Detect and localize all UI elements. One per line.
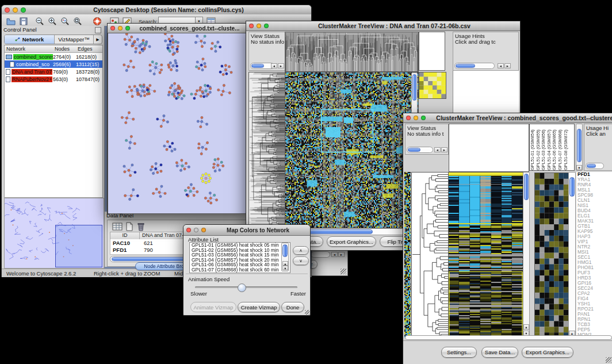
slider-thumb[interactable] bbox=[238, 283, 246, 292]
network-row[interactable]: RNAPuberNov2+ 563(0) 107847(0) bbox=[5, 75, 102, 83]
treeview1-zoom-heatmap[interactable] bbox=[419, 72, 446, 99]
scroll-down-icon[interactable]: ▾ bbox=[282, 266, 288, 270]
move-up-button[interactable]: ∧ bbox=[293, 246, 309, 255]
export-graphics-button[interactable]: Export Graphics... bbox=[522, 347, 573, 358]
treeview2-bottom-hscrollbar[interactable] bbox=[405, 335, 612, 340]
tab-overflow-icon[interactable]: ▶ bbox=[94, 35, 102, 44]
fragment-hscrollbar[interactable] bbox=[311, 251, 330, 258]
network-row[interactable]: combined_scores_ 2764(0) 16218(0) bbox=[5, 53, 102, 60]
usage-hints-hscrollbar[interactable] bbox=[586, 163, 604, 169]
close-icon[interactable] bbox=[186, 228, 191, 232]
tab-network[interactable]: Network bbox=[5, 35, 55, 44]
scrollbar-thumb[interactable] bbox=[587, 164, 596, 168]
animation-speed-slider[interactable] bbox=[195, 286, 297, 288]
scroll-down-icon[interactable]: ▾ bbox=[576, 165, 582, 170]
scroll-left-icon[interactable]: ◂ bbox=[434, 147, 441, 152]
save-icon[interactable] bbox=[19, 17, 28, 26]
scroll-left-icon[interactable]: ◂ bbox=[498, 63, 504, 68]
new-attribute-icon[interactable] bbox=[125, 222, 134, 231]
treeview1-global-heatmap[interactable] bbox=[285, 72, 419, 228]
resize-grip[interactable] bbox=[606, 357, 611, 363]
treeview1-column-dendrogram[interactable] bbox=[285, 32, 419, 72]
treeview2-heatmap-vscrollbar[interactable]: ▴ ▾ bbox=[523, 172, 530, 338]
attribute-select-icon[interactable] bbox=[112, 222, 121, 231]
zoom-window-icon[interactable] bbox=[421, 116, 426, 120]
treeview2-collabel-vscrollbar[interactable]: ▾ bbox=[576, 124, 583, 171]
scroll-right-icon[interactable]: ▸ bbox=[441, 147, 447, 152]
minimize-icon[interactable] bbox=[257, 24, 261, 28]
treeview2-global-heatmap[interactable] bbox=[448, 172, 523, 339]
zoom-window-icon[interactable] bbox=[21, 7, 26, 13]
treeview1-usage-hints: Usage Hints Click and drag tc ◂ ▸ bbox=[453, 32, 519, 71]
settings-button[interactable]: Settings... bbox=[441, 347, 477, 358]
scrollbar-thumb[interactable] bbox=[412, 74, 416, 101]
main-titlebar[interactable]: Cytoscape Desktop (Session Name: collins… bbox=[2, 5, 311, 15]
resize-grip[interactable] bbox=[341, 269, 346, 274]
close-icon[interactable] bbox=[5, 7, 10, 13]
usage-hints-hscrollbar[interactable] bbox=[454, 63, 495, 69]
scroll-left-icon[interactable]: ◂ bbox=[271, 63, 277, 68]
treeview2-titlebar[interactable]: ClusterMaker TreeView : combined_scores_… bbox=[403, 113, 612, 123]
scrollbar-thumb[interactable] bbox=[524, 174, 529, 200]
treeview2-column-dendrogram[interactable] bbox=[449, 124, 529, 172]
scrollbar-thumb[interactable] bbox=[408, 148, 420, 152]
scroll-right-icon[interactable]: ▸ bbox=[504, 63, 511, 68]
treeview2-row-dendrogram[interactable] bbox=[411, 172, 449, 339]
treeview2-zoom-heatmap[interactable] bbox=[534, 173, 569, 339]
scrollbar-thumb[interactable] bbox=[282, 244, 288, 257]
help-ring-icon[interactable] bbox=[93, 17, 102, 26]
attribute-list-vscrollbar[interactable]: ▴ ▾ bbox=[281, 243, 289, 271]
scrollbar-thumb[interactable] bbox=[456, 64, 475, 68]
resize-grip[interactable] bbox=[305, 310, 309, 315]
minimize-icon[interactable] bbox=[194, 228, 198, 232]
network-table-header[interactable]: Network Nodes Edges bbox=[5, 45, 102, 53]
close-icon[interactable] bbox=[110, 26, 115, 30]
minimize-icon[interactable] bbox=[118, 26, 123, 30]
close-icon[interactable] bbox=[249, 24, 254, 28]
scroll-left-icon[interactable]: ◂ bbox=[331, 252, 338, 257]
scroll-right-icon[interactable]: ▸ bbox=[278, 63, 284, 68]
network-row[interactable]: DNA and Tran 07 769(0) 183728(0) bbox=[5, 68, 102, 75]
move-down-button[interactable]: ∨ bbox=[293, 256, 309, 265]
scrollbar-thumb[interactable] bbox=[251, 64, 264, 68]
zoom-out-icon[interactable] bbox=[35, 17, 44, 26]
treeview1-row-dendrogram[interactable] bbox=[248, 72, 285, 228]
minimize-icon[interactable] bbox=[414, 116, 418, 120]
treeview2-zoom-vscrollbar[interactable]: ▴ bbox=[568, 172, 576, 338]
view-status-hscrollbar[interactable] bbox=[407, 147, 433, 153]
network-table-body: combined_scores_ 2764(0) 16218(0) combin… bbox=[5, 53, 102, 83]
treeview2-view-status: View Status No status info t ◂ ▸ bbox=[405, 124, 449, 155]
save-data-button[interactable]: Save Data... bbox=[481, 347, 518, 358]
delete-attribute-icon[interactable] bbox=[136, 222, 146, 231]
float-panel-icon[interactable] bbox=[95, 27, 101, 33]
network-overview-panel[interactable] bbox=[4, 198, 104, 269]
scroll-up-icon[interactable]: ▴ bbox=[523, 324, 529, 330]
zoom-window-icon[interactable] bbox=[201, 228, 206, 232]
zoom-in-icon[interactable] bbox=[48, 17, 57, 26]
attribute-list-item[interactable]: GPL51-07 (GSM868) heat shock 60 min bbox=[190, 267, 290, 273]
treeview2-usage-hints: Usage Hi Click an ◂ ▸ bbox=[584, 124, 612, 171]
zoom-fit-icon[interactable] bbox=[73, 17, 82, 26]
tab-vizmapper[interactable]: VizMapper™ bbox=[55, 35, 94, 44]
animate-vizmap-button[interactable]: Animate Vizmap bbox=[190, 302, 236, 312]
zoom-window-icon[interactable] bbox=[125, 26, 130, 30]
scroll-up-icon[interactable]: ▴ bbox=[282, 261, 288, 266]
treeview1-titlebar[interactable]: ClusterMaker TreeView : DNA and Tran 07-… bbox=[246, 21, 520, 31]
network-row[interactable]: combined_sco 2569(6) 13112(15) bbox=[5, 60, 102, 68]
treeview2-global-strip[interactable] bbox=[404, 172, 411, 338]
overview-viewport-rect[interactable] bbox=[55, 225, 102, 267]
close-icon[interactable] bbox=[406, 116, 411, 120]
export-graphics-button[interactable]: Export Graphics... bbox=[327, 236, 376, 247]
network1-canvas[interactable] bbox=[108, 33, 249, 214]
open-file-icon[interactable] bbox=[6, 17, 16, 26]
scroll-right-icon[interactable]: ▸ bbox=[338, 252, 345, 257]
zoom-selected-icon[interactable] bbox=[60, 17, 70, 26]
network1-titlebar[interactable]: combined_scores_good.txt--cluste... bbox=[108, 24, 249, 33]
done-button[interactable]: Done bbox=[281, 302, 304, 312]
scrollbar-thumb[interactable] bbox=[577, 129, 582, 162]
create-vizmap-button[interactable]: Create Vizmap bbox=[238, 302, 280, 312]
scrollbar-thumb[interactable] bbox=[569, 177, 575, 197]
minimize-icon[interactable] bbox=[13, 7, 18, 13]
zoom-window-icon[interactable] bbox=[264, 24, 269, 28]
dialog-titlebar[interactable]: Map Colors to Network bbox=[183, 225, 310, 236]
